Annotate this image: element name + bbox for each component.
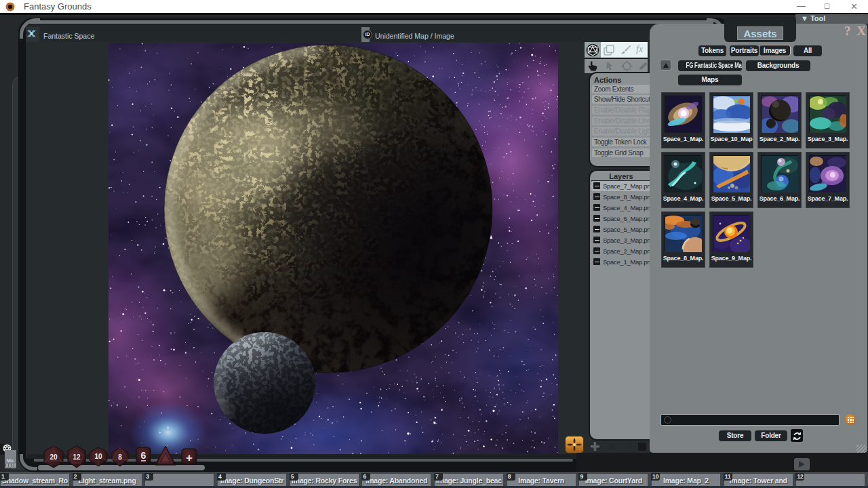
svg-text:10: 10	[94, 453, 102, 460]
svg-text:12: 12	[73, 453, 81, 461]
svg-text:6: 6	[141, 450, 146, 461]
svg-text:8: 8	[118, 453, 122, 461]
svg-text:20: 20	[50, 453, 58, 461]
svg-text:+: +	[186, 451, 193, 464]
